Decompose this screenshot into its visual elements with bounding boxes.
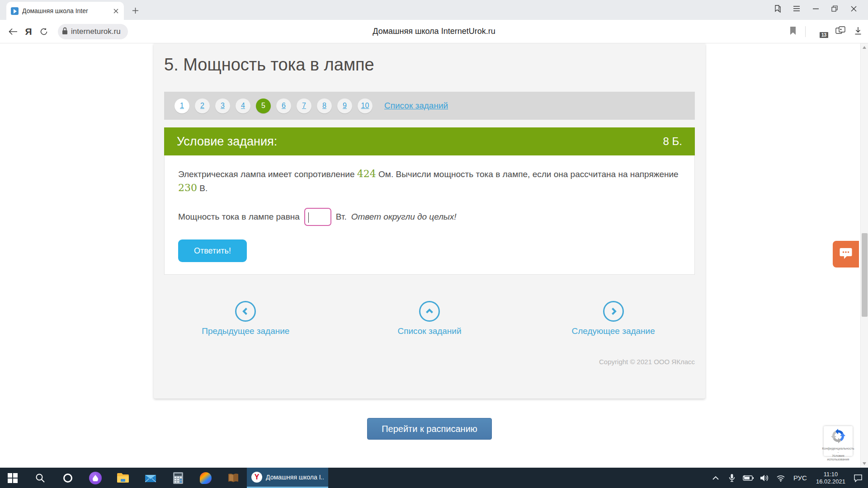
page-number-1[interactable]: 1	[175, 99, 189, 113]
points-badge: 8 Б.	[663, 135, 682, 148]
page-number-3[interactable]: 3	[215, 99, 230, 113]
close-window-icon[interactable]	[849, 4, 858, 13]
battery-icon[interactable]	[741, 475, 755, 481]
calculator-icon[interactable]	[167, 468, 189, 488]
answer-label: Мощность тока в лампе равна	[178, 212, 300, 222]
minimize-icon[interactable]	[811, 4, 820, 13]
lock-icon	[61, 27, 68, 37]
chat-bubble-icon	[839, 247, 853, 262]
address-bar-actions: 13	[790, 20, 862, 43]
page-title: Домашняя школа InternetUrok.ru	[0, 27, 868, 36]
vertical-scrollbar[interactable]	[860, 43, 868, 468]
recaptcha-icon	[830, 428, 846, 446]
tab-close-icon[interactable]	[113, 7, 119, 15]
restore-icon[interactable]	[830, 4, 839, 13]
chevron-left-icon	[235, 301, 256, 322]
answer-row: Мощность тока в лампе равна Вт. Ответ ок…	[178, 208, 681, 226]
yandex-browser-task-icon: Y	[251, 472, 262, 483]
lesson-panel: 5. Мощность тока в лампе 1 2 3 4 5 6 7 8…	[154, 43, 705, 399]
browser-address-bar: Я interneturok.ru Домашняя школа Interne…	[0, 20, 868, 43]
alice-assistant-icon[interactable]	[85, 468, 106, 488]
date: 16.02.2021	[816, 478, 845, 485]
previous-task-button[interactable]: Предыдущее задание	[154, 301, 338, 336]
back-icon[interactable]	[5, 24, 21, 39]
page-number-6[interactable]: 6	[276, 99, 291, 113]
hidden-icons-chevron-icon[interactable]	[708, 476, 723, 480]
task-list-label: Список заданий	[397, 326, 461, 336]
window-controls	[773, 0, 868, 17]
bookmark-icon[interactable]	[790, 27, 796, 37]
book-app-icon[interactable]	[222, 468, 244, 488]
answer-hint: Ответ округли до целых!	[351, 212, 457, 222]
page-number-4[interactable]: 4	[236, 99, 250, 113]
system-tray: РУС 11:10 16.02.2021	[708, 468, 868, 488]
taskbar-active-app[interactable]: Y Домашняя школа I...	[247, 468, 328, 488]
task-body: Электрическая лампа имеет сопротивление …	[164, 155, 695, 275]
scrollbar-thumb[interactable]	[862, 233, 868, 317]
page-number-7[interactable]: 7	[297, 99, 311, 113]
search-icon[interactable]	[29, 468, 51, 488]
sidebar-bookmark-icon[interactable]	[773, 4, 782, 13]
yandex-browser-icon[interactable]	[195, 468, 217, 488]
new-tab-button[interactable]	[128, 4, 142, 18]
url-field[interactable]: interneturok.ru	[58, 24, 128, 39]
submit-answer-button[interactable]: Ответить!	[178, 239, 247, 262]
page-number-8[interactable]: 8	[317, 99, 332, 113]
page-number-2[interactable]: 2	[195, 99, 210, 113]
extensions-icon[interactable]	[835, 26, 845, 37]
condition-title: Условие задания:	[177, 135, 277, 149]
cortana-icon[interactable]	[57, 468, 79, 488]
mail-icon[interactable]	[140, 468, 161, 488]
page-number-10[interactable]: 10	[358, 99, 373, 113]
browser-menu-icon[interactable]	[792, 4, 801, 13]
volume-icon[interactable]	[757, 474, 772, 482]
downloads-icon[interactable]	[854, 27, 862, 37]
previous-task-label: Предыдущее задание	[202, 326, 289, 336]
url-text: interneturok.ru	[71, 27, 121, 36]
chevron-up-icon	[419, 301, 440, 322]
copyright-text: Copyright © 2021 ООО ЯКласс	[154, 358, 705, 366]
page-viewport: 5. Мощность тока в лампе 1 2 3 4 5 6 7 8…	[0, 43, 868, 468]
task-condition-header: Условие задания: 8 Б.	[164, 127, 695, 155]
file-explorer-icon[interactable]	[112, 468, 134, 488]
active-app-label: Домашняя школа I...	[266, 474, 324, 481]
go-to-schedule-button[interactable]: Перейти к расписанию	[367, 418, 492, 440]
taskbar-apps	[2, 468, 244, 488]
text-caret	[308, 212, 309, 223]
resistance-value: 424	[357, 168, 376, 179]
scroll-up-arrow-icon[interactable]	[863, 46, 866, 49]
microphone-icon[interactable]	[725, 474, 739, 483]
extension-badge: 13	[819, 31, 829, 39]
chat-widget-button[interactable]	[833, 241, 859, 267]
task-list-button[interactable]: Список заданий	[338, 301, 522, 336]
protect-extension-icon[interactable]: 13	[815, 26, 826, 38]
site-favicon-icon	[11, 7, 19, 15]
divider	[805, 26, 806, 37]
action-center-icon[interactable]	[851, 474, 865, 482]
problem-statement: Электрическая лампа имеет сопротивление …	[178, 167, 681, 195]
task-pagination: 1 2 3 4 5 6 7 8 9 10 Список заданий	[164, 92, 695, 120]
clock[interactable]: 11:10 16.02.2021	[812, 471, 849, 485]
time: 11:10	[824, 471, 838, 478]
browser-tab-bar: Домашняя школа Inter	[0, 0, 868, 20]
task-list-link[interactable]: Список заданий	[384, 101, 448, 111]
task-navigation: Предыдущее задание Список заданий Следую…	[154, 301, 705, 336]
language-indicator[interactable]: РУС	[790, 474, 811, 482]
browser-tab[interactable]: Домашняя школа Inter	[6, 2, 124, 20]
chevron-right-icon	[603, 301, 624, 322]
start-button[interactable]	[2, 468, 24, 488]
tab-title: Домашняя школа Inter	[22, 7, 109, 14]
reload-icon[interactable]	[36, 24, 52, 39]
yandex-logo[interactable]: Я	[21, 24, 36, 39]
recaptcha-privacy-text: Конфиденциальность - Условия использован…	[822, 447, 854, 461]
wifi-icon[interactable]	[774, 474, 788, 482]
voltage-value: 230	[178, 182, 197, 193]
scroll-down-arrow-icon[interactable]	[863, 462, 866, 465]
windows-taskbar: Y Домашняя школа I... РУС 11:10 16.02.20	[0, 468, 868, 488]
next-task-button[interactable]: Следующее задание	[521, 301, 705, 336]
answer-unit: Вт.	[336, 212, 347, 222]
recaptcha-badge[interactable]: Конфиденциальность - Условия использован…	[824, 426, 853, 456]
page-number-5-active[interactable]: 5	[256, 99, 271, 113]
answer-input[interactable]	[304, 208, 331, 226]
page-number-9[interactable]: 9	[337, 99, 352, 113]
